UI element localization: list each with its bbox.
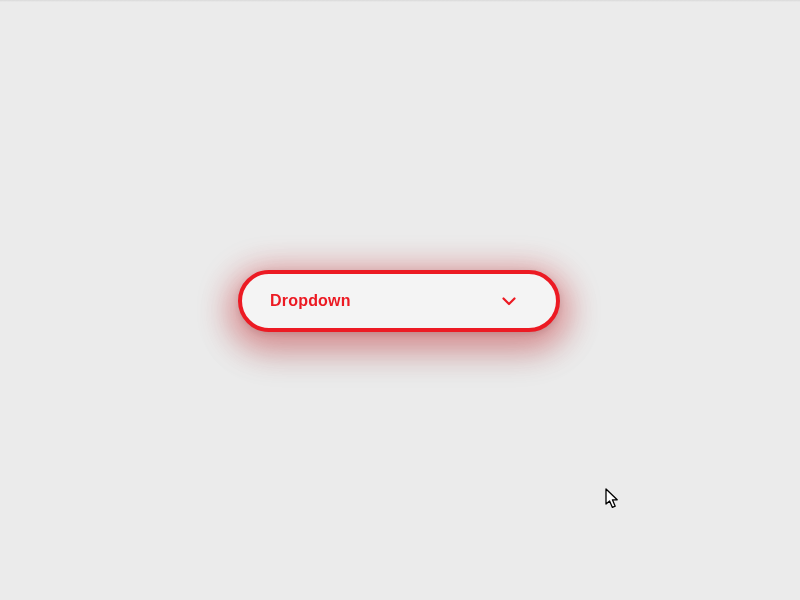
mouse-cursor-icon	[605, 488, 621, 510]
dropdown-button[interactable]: Dropdown	[238, 270, 560, 332]
chevron-down-icon	[502, 294, 516, 308]
dropdown-label: Dropdown	[270, 292, 351, 310]
window-top-edge	[0, 0, 800, 2]
